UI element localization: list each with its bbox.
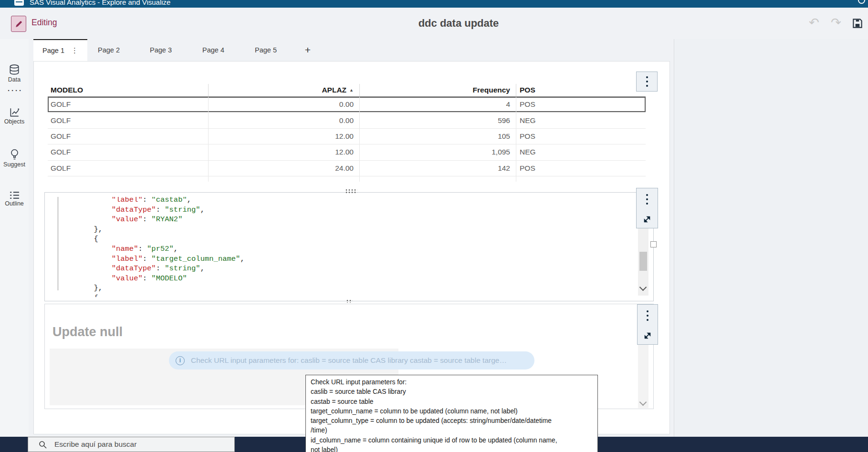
- tooltip-line: /time): [311, 426, 593, 435]
- panel-resize-handle[interactable]: [346, 299, 353, 303]
- tab-menu-icon[interactable]: ⋮: [71, 46, 78, 55]
- scroll-down-icon[interactable]: [639, 399, 647, 406]
- table-row[interactable]: GOLF12.00105POS: [48, 129, 646, 144]
- sort-ascending-icon: ▲: [349, 88, 354, 92]
- tab-label: Page 1: [42, 47, 64, 54]
- table-row[interactable]: GOLF0.004POS: [48, 97, 646, 113]
- chart-icon: [0, 107, 29, 118]
- url-parameters-tooltip: Check URL input parameters for:caslib = …: [305, 375, 598, 452]
- tooltip-line: id_column_name = column containing uniqu…: [311, 436, 593, 445]
- table-row[interactable]: GOLF24.00142POS: [48, 161, 646, 176]
- sidebar-item-label: Data: [0, 76, 29, 83]
- app-bar: SAS Visual Analytics - Explore and Visua…: [0, 0, 868, 8]
- table-row[interactable]: GOLF0.00596NEG: [48, 113, 646, 128]
- ddc-scrollbar[interactable]: [638, 345, 648, 408]
- table-cell[interactable]: GOLF: [48, 113, 209, 128]
- editing-label: Editing: [31, 18, 57, 28]
- tab-page-2[interactable]: Page 2: [90, 39, 128, 61]
- table-cell[interactable]: GOLF: [48, 97, 209, 112]
- scroll-down-icon[interactable]: [639, 284, 647, 291]
- code-line: {: [58, 234, 621, 244]
- info-message-text: Check URL input parameters for: caslib =…: [191, 356, 507, 365]
- pencil-icon: [15, 20, 23, 28]
- table-cell[interactable]: NEG: [516, 144, 646, 160]
- table-cell[interactable]: 1,095: [360, 144, 516, 160]
- kebab-icon: [646, 75, 648, 88]
- database-icon: [0, 64, 29, 76]
- save-icon[interactable]: [851, 17, 864, 30]
- code-line: },: [58, 283, 621, 293]
- more-options-icon[interactable]: ····: [8, 86, 23, 94]
- code-line: {: [58, 293, 621, 297]
- column-header-aplaz[interactable]: APLAZ▲: [209, 84, 360, 96]
- info-icon: i: [176, 356, 185, 365]
- kebab-icon[interactable]: [646, 193, 648, 206]
- tab-page-1[interactable]: Page 1 ⋮: [33, 39, 87, 61]
- table-cell[interactable]: POS: [516, 97, 646, 112]
- add-page-button[interactable]: +: [301, 39, 315, 61]
- sidebar-item-label: Outline: [0, 200, 29, 207]
- tooltip-line: target_column_type = column to be update…: [311, 416, 593, 426]
- table-cell[interactable]: 12.00: [209, 144, 360, 160]
- tooltip-line: target_column_name = column to be update…: [311, 407, 593, 416]
- tooltip-line: caslib = source table CAS library: [311, 387, 593, 397]
- table-cell[interactable]: GOLF: [48, 129, 209, 144]
- table-body: GOLF0.004POSGOLF0.00596NEGGOLF12.00105PO…: [48, 97, 646, 176]
- sidebar-item-label: Suggest: [0, 161, 29, 168]
- search-placeholder: Escribe aquí para buscar: [54, 440, 136, 449]
- list-icon: [0, 190, 29, 200]
- code-scrollbar-thumb[interactable]: [639, 252, 647, 271]
- table-cell[interactable]: 596: [360, 113, 516, 128]
- tooltip-line: not label): [311, 445, 593, 452]
- column-header-pos[interactable]: POS: [516, 84, 646, 96]
- maximize-icon[interactable]: [643, 331, 652, 340]
- sidebar-item-suggest[interactable]: Suggest: [0, 148, 29, 168]
- table-cell[interactable]: POS: [516, 129, 646, 144]
- panel-resize-handle[interactable]: [345, 189, 357, 193]
- app-title: SAS Visual Analytics - Explore and Visua…: [30, 0, 170, 6]
- list-table-object[interactable]: MODELO APLAZ▲ Frequency POS GOLF0.004POS…: [48, 84, 646, 182]
- table-cell[interactable]: GOLF: [48, 144, 209, 160]
- search-icon: [39, 441, 47, 449]
- tab-page-5[interactable]: Page 5: [247, 39, 285, 61]
- info-message-pill[interactable]: i Check URL input parameters for: caslib…: [169, 351, 534, 370]
- tooltip-line: Check URL input parameters for:: [311, 378, 593, 387]
- sidebar-item-objects[interactable]: Objects: [0, 107, 29, 125]
- table-row[interactable]: GOLF12.001,095NEG: [48, 144, 646, 160]
- tab-page-3[interactable]: Page 3: [142, 39, 180, 61]
- table-cell[interactable]: 0.00: [209, 113, 360, 128]
- table-cell[interactable]: 24.00: [209, 161, 360, 176]
- table-cell[interactable]: 12.00: [209, 129, 360, 144]
- column-header-frequency[interactable]: Frequency: [360, 84, 516, 96]
- sidebar-item-data[interactable]: Data: [0, 64, 29, 83]
- sidebar-item-outline[interactable]: Outline: [0, 190, 29, 207]
- json-code-view[interactable]: "label": "castab", "dataType": "string",…: [58, 197, 621, 297]
- table-cell[interactable]: NEG: [516, 113, 646, 128]
- tab-page-4[interactable]: Page 4: [194, 39, 232, 61]
- code-line: "value": "RYAN2": [58, 215, 621, 225]
- taskbar-search-box[interactable]: Escribe aquí para buscar: [28, 437, 235, 452]
- search-icon[interactable]: [858, 0, 865, 4]
- table-cell[interactable]: 105: [360, 129, 516, 144]
- table-cell[interactable]: 142: [360, 161, 516, 176]
- kebab-icon[interactable]: [647, 309, 648, 322]
- report-title: ddc data update: [418, 17, 499, 30]
- table-cell[interactable]: GOLF: [48, 161, 209, 176]
- table-object-menu-button[interactable]: [636, 72, 658, 92]
- app-menu-icon[interactable]: [14, 0, 24, 6]
- table-cell[interactable]: 4: [360, 97, 516, 112]
- code-line: "dataType": "string",: [58, 205, 621, 215]
- redo-icon[interactable]: ↷: [831, 16, 841, 29]
- code-line: "label": "castab",: [58, 197, 621, 205]
- code-line: "label": "target_column_name",: [58, 254, 621, 264]
- edit-mode-badge[interactable]: [11, 16, 26, 32]
- resize-grip[interactable]: [650, 241, 657, 247]
- undo-icon[interactable]: ↶: [809, 16, 819, 29]
- column-header-modelo[interactable]: MODELO: [48, 84, 209, 96]
- code-line: "value": "MODELO": [58, 274, 621, 284]
- table-cell[interactable]: POS: [516, 161, 646, 176]
- sidebar-item-label: Objects: [0, 118, 29, 125]
- table-cell[interactable]: 0.00: [209, 97, 360, 112]
- maximize-icon[interactable]: [643, 215, 651, 224]
- json-code-lines: "label": "castab", "dataType": "string",…: [58, 197, 621, 297]
